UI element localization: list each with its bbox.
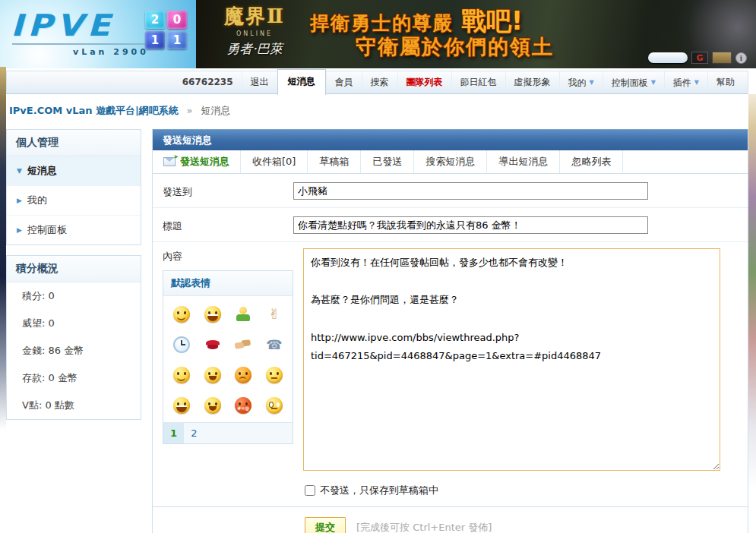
shocked-icon [266,397,283,414]
hug-icon [235,306,251,323]
tab-search-messages[interactable]: 搜索短消息 [414,150,487,173]
recipient-input[interactable] [293,182,648,200]
nav-plugins-label: 插件 [673,77,691,88]
smilies-panel: 默認表情 ✌ ☎ [163,270,293,444]
tab-inbox[interactable]: 收件箱[0] [241,150,308,173]
nav-plugins[interactable]: 插件▼ [664,71,707,93]
emoticon-sulk[interactable] [264,366,284,384]
tab-send-message[interactable]: 發送短消息 [153,150,241,173]
curse-icon [235,397,251,414]
emoticon-cry[interactable] [203,396,223,415]
nav-search[interactable]: 搜索 [362,71,397,93]
stat-money: 金錢: 86 金幣 [7,337,141,364]
nav-logout[interactable]: 退出 [242,71,277,93]
rating-logo-icon [712,52,732,64]
tab-ignore-list[interactable]: 忽略列表 [560,150,623,173]
message-textarea[interactable]: 你看到沒有！在任何區發帖回帖，發多少也都不會有改變！ 為甚麼？是你們問題，還是甚… [303,248,720,471]
emoticon-grin[interactable] [203,305,223,323]
game-ad-banner[interactable]: 魔界Ⅱ ONLINE 勇者·巴萊 捍衛勇士的尊嚴戰吧! 守衛屬於你們的領土 G … [196,0,756,68]
emoticon-smile[interactable] [172,305,191,323]
blush-icon [173,367,190,383]
emoticon-victory[interactable]: ✌ [264,305,284,323]
emoticon-wail[interactable] [203,366,223,384]
chevron-down-icon: ▼ [17,167,22,175]
tab-sent[interactable]: 已發送 [361,150,414,173]
nav-messages[interactable]: 短消息 [277,69,326,95]
wail-icon [204,367,221,383]
nav-team-list[interactable]: 團隊列表 [397,71,451,93]
content-area: 個人管理 ▼ 短消息 ▶ 我的 ▶ 控制面板 積分概況 積分: 0 威望: 0 [0,126,756,533]
breadcrumb-separator: » [187,105,193,116]
sidebar-item-label: 短消息 [27,164,57,178]
site-logo[interactable]: IPVE vLan 2900 2 0 1 1 [0,0,196,68]
tab-export-messages[interactable]: 導出短消息 [487,150,560,173]
sidebar-item-control-panel[interactable]: ▶ 控制面板 [7,216,141,244]
ad-slogan-emphasis: 戰吧! [461,6,523,36]
top-banner: IPVE vLan 2900 2 0 1 1 魔界Ⅱ ONLINE 勇者·巴萊 … [0,0,756,68]
emoticon-laugh[interactable] [172,396,191,415]
site-logo-subtext: vLan 2900 [73,47,149,57]
emoticon-blush[interactable] [172,366,191,384]
emoticon-curse[interactable] [233,396,253,415]
nav-control-panel[interactable]: 控制面板▼ [603,71,664,93]
submit-button[interactable]: 提交 [305,517,346,533]
panel-title: 發送短消息 [153,129,748,150]
sidebar-personal-title: 個人管理 [7,130,141,156]
save-draft-label: 不發送，只保存到草稿箱中 [320,484,438,497]
tab-label: 發送短消息 [180,150,229,173]
save-draft-checkbox[interactable] [305,485,315,496]
laugh-icon [173,397,190,414]
year-block: 2 [145,11,165,29]
emoticon-handshake[interactable] [233,336,253,354]
emoticon-clock[interactable] [172,336,191,354]
subject-row: 標題 [153,208,748,242]
clock-icon [173,336,190,353]
smile-icon [173,306,190,323]
nav-mine[interactable]: 我的▼ [559,71,603,93]
emoticon-kiss[interactable] [203,336,223,354]
angry-icon [235,367,251,383]
logo-year-blocks: 2 0 1 1 [145,11,187,49]
publisher-logo-icon [648,52,688,63]
smilies-page-2[interactable]: 2 [184,423,204,443]
nav-holiday-packet[interactable]: 節日紅包 [451,71,505,93]
stat-vpoints: V點: 0 點數 [7,392,141,419]
smilies-page-1[interactable]: 1 [163,423,184,443]
emoticon-phone[interactable]: ☎ [264,336,284,354]
tab-drafts[interactable]: 草稿箱 [308,150,361,173]
background-art-right [748,94,756,489]
breadcrumb-site-link[interactable]: IPvE.COM vLan 遊戲平台|網吧系統 [9,105,179,116]
emoticon-hug[interactable] [233,305,253,323]
nav-help[interactable]: 幫助 [707,71,743,93]
stat-deposit: 存款: 0 金幣 [7,364,141,392]
content-row: 內容 默認表情 ✌ ☎ [153,242,748,481]
sidebar-item-mine[interactable]: ▶ 我的 [7,186,141,216]
emoticon-shocked[interactable] [264,396,284,415]
sidebar-personal-box: 個人管理 ▼ 短消息 ▶ 我的 ▶ 控制面板 [6,129,141,245]
telephone-icon: ☎ [266,336,283,353]
submit-hint: [完成後可按 Ctrl+Enter 發佈] [356,521,492,533]
top-navbar: 66762235 退出 短消息 會員 搜索 團隊列表 節日紅包 虛擬形象 我的▼… [6,71,748,94]
nav-members[interactable]: 會員 [326,71,362,93]
recipient-row: 發送到 [153,174,748,208]
ad-slogan-text: 捍衛勇士的尊嚴 [310,12,454,34]
site-logo-text: IPVE [11,8,115,43]
ad-info-icon[interactable]: i [735,52,747,64]
subject-input[interactable] [293,216,648,234]
sulk-icon [266,367,283,383]
sidebar-item-messages[interactable]: ▼ 短消息 [7,156,141,186]
emoticon-angry[interactable] [233,366,253,384]
send-mail-icon [163,157,176,166]
pm-compose-page: IPVE vLan 2900 2 0 1 1 魔界Ⅱ ONLINE 勇者·巴萊 … [0,0,756,533]
grin-icon [204,306,221,323]
chevron-right-icon: ▶ [17,197,22,204]
nav-avatar[interactable]: 虛擬形象 [505,71,559,93]
sidebar-points-box: 積分概況 積分: 0 威望: 0 金錢: 86 金幣 存款: 0 金幣 V點: … [6,255,141,420]
year-block: 0 [167,11,187,29]
smilies-grid: ✌ ☎ [163,296,293,422]
game-logo-script: 勇者·巴萊 [210,40,299,58]
subject-label: 標題 [163,216,293,234]
ad-publisher-logos: G i [648,52,747,64]
chevron-down-icon: ▼ [694,79,699,86]
game-logo-online: ONLINE [210,30,299,37]
